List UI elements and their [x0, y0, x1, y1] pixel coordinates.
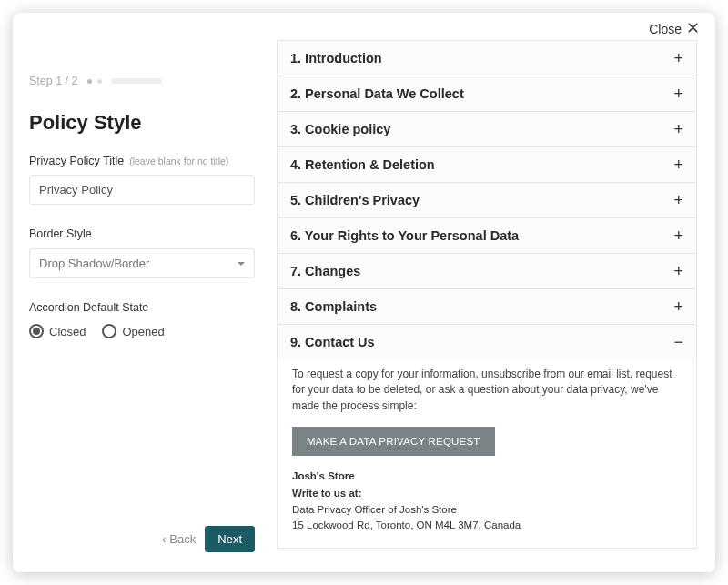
accordion-header[interactable]: 3. Cookie policy+ — [278, 112, 696, 146]
accordion-title: 5. Children's Privacy — [290, 193, 420, 207]
accordion-state-label: Accordion Default State — [29, 301, 148, 314]
accordion-header[interactable]: 2. Personal Data We Collect+ — [278, 76, 696, 111]
accordion-header[interactable]: 7. Changes+ — [278, 254, 696, 288]
close-label: Close — [649, 22, 682, 36]
plus-icon: + — [673, 86, 683, 102]
accordion-title: 4. Retention & Deletion — [290, 157, 435, 172]
radio-closed-label: Closed — [49, 325, 86, 338]
accordion-title: 8. Complaints — [290, 299, 377, 314]
accordion-item: 3. Cookie policy+ — [277, 112, 697, 147]
accordion-header[interactable]: 1. Introduction+ — [278, 41, 696, 76]
accordion-item: 6. Your Rights to Your Personal Data+ — [277, 218, 697, 254]
store-name: Josh's Store — [292, 469, 682, 484]
accordion-state-field: Accordion Default State Closed Opened — [29, 298, 255, 338]
accordion-header[interactable]: 4. Retention & Deletion+ — [278, 147, 696, 182]
minus-icon: − — [673, 334, 683, 350]
plus-icon: + — [673, 121, 683, 137]
chevron-down-icon — [238, 262, 245, 266]
title-input[interactable] — [29, 175, 255, 205]
plus-icon: + — [673, 298, 683, 315]
contact-intro: To request a copy for your information, … — [292, 367, 682, 414]
accordion-header[interactable]: 9. Contact Us− — [278, 325, 696, 359]
plus-icon: + — [673, 50, 683, 66]
border-select-value: Drop Shadow/Border — [39, 257, 149, 270]
border-field: Border Style Drop Shadow/Border — [29, 225, 255, 278]
plus-icon: + — [673, 227, 683, 244]
accordion: 1. Introduction+2. Personal Data We Coll… — [277, 40, 697, 549]
accordion-item: 2. Personal Data We Collect+ — [277, 76, 697, 112]
close-icon — [687, 22, 699, 36]
policy-preview: 1. Introduction+2. Personal Data We Coll… — [277, 40, 699, 556]
address-line: 15 Lockwood Rd, Toronto, ON M4L 3M7, Can… — [292, 518, 682, 533]
border-select[interactable]: Drop Shadow/Border — [29, 248, 255, 278]
officer-line: Data Privacy Officer of Josh's Store — [292, 502, 682, 518]
title-hint: (leave blank for no title) — [129, 156, 228, 166]
step-text: Step 1 / 2 — [29, 75, 78, 87]
step-indicator: Step 1 / 2 — [29, 75, 255, 87]
wizard-footer: ‹ Back Next — [29, 508, 255, 556]
accordion-title: 7. Changes — [290, 264, 360, 278]
next-button[interactable]: Next — [205, 526, 255, 552]
write-to-label: Write to us at: — [292, 486, 682, 501]
plus-icon: + — [673, 156, 683, 173]
accordion-header[interactable]: 6. Your Rights to Your Personal Data+ — [278, 218, 696, 253]
accordion-header[interactable]: 5. Children's Privacy+ — [278, 183, 696, 217]
policy-style-modal: Close Step 1 / 2 Policy Style Privacy Po… — [13, 13, 715, 572]
back-label: Back — [169, 532, 196, 546]
close-button[interactable]: Close — [13, 13, 715, 40]
chevron-left-icon: ‹ — [162, 532, 166, 546]
accordion-title: 3. Cookie policy — [290, 122, 390, 136]
plus-icon: + — [673, 192, 683, 208]
contact-block: Josh's StoreWrite to us at:Data Privacy … — [292, 469, 682, 533]
accordion-header[interactable]: 8. Complaints+ — [278, 289, 696, 324]
accordion-title: 2. Personal Data We Collect — [290, 86, 464, 101]
accordion-title: 1. Introduction — [290, 51, 382, 66]
radio-opened-label: Opened — [122, 325, 164, 338]
accordion-body: To request a copy for your information, … — [278, 359, 696, 548]
back-button[interactable]: ‹ Back — [162, 532, 196, 546]
accordion-item: 9. Contact Us−To request a copy for your… — [277, 325, 697, 549]
settings-panel: Step 1 / 2 Policy Style Privacy Policy T… — [29, 40, 255, 556]
accordion-item: 1. Introduction+ — [277, 40, 697, 76]
step-dots — [87, 79, 102, 84]
title-field: Privacy Policy Title (leave blank for no… — [29, 155, 255, 205]
accordion-title: 6. Your Rights to Your Personal Data — [290, 228, 519, 243]
radio-icon-checked — [29, 324, 44, 338]
page-title: Policy Style — [29, 111, 255, 135]
border-label: Border Style — [29, 227, 92, 240]
accordion-item: 4. Retention & Deletion+ — [277, 147, 697, 183]
step-dot-active — [87, 79, 92, 84]
accordion-item: 8. Complaints+ — [277, 289, 697, 325]
radio-icon-unchecked — [102, 324, 116, 338]
title-label: Privacy Policy Title — [29, 155, 124, 167]
accordion-item: 7. Changes+ — [277, 254, 697, 289]
step-dot-inactive — [97, 79, 102, 84]
accordion-item: 5. Children's Privacy+ — [277, 183, 697, 218]
plus-icon: + — [673, 263, 683, 279]
radio-opened[interactable]: Opened — [102, 324, 164, 338]
accordion-title: 9. Contact Us — [290, 335, 375, 349]
radio-closed[interactable]: Closed — [29, 324, 86, 338]
step-progress-bar — [111, 78, 162, 84]
privacy-request-button[interactable]: MAKE A DATA PRIVACY REQUEST — [292, 427, 495, 456]
